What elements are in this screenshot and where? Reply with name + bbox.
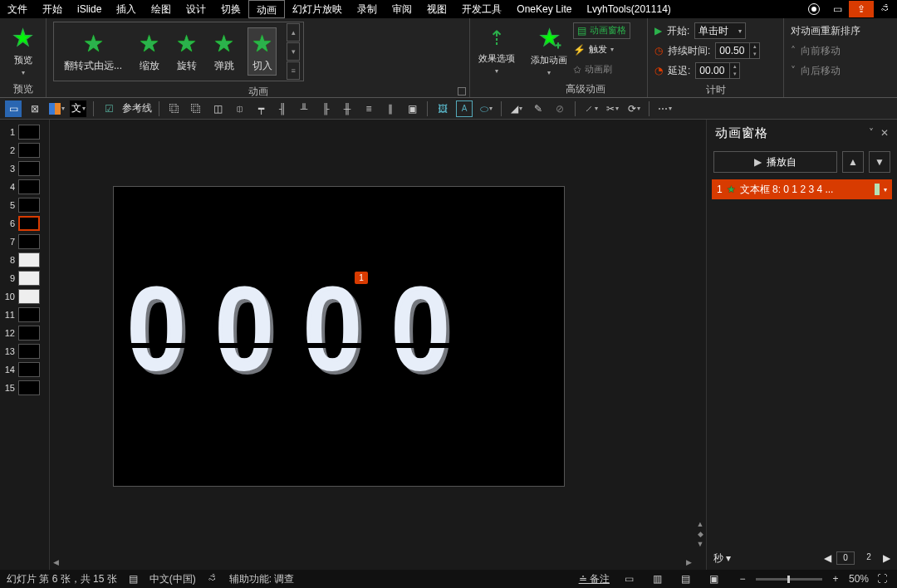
delay-field[interactable]: ◔ 延迟: 00.00▴▾ [654, 61, 760, 80]
align-6-icon[interactable]: ╢ [274, 100, 291, 117]
align-2-icon[interactable]: ⿻ [188, 100, 204, 117]
normal-view-icon[interactable]: ▭ [621, 572, 638, 586]
close-icon[interactable]: ✕ [880, 127, 889, 139]
zoom-slider[interactable] [756, 578, 822, 581]
menu-视图[interactable]: 视图 [419, 0, 454, 18]
preview-button[interactable]: ★ 预览 ▾ [7, 24, 39, 76]
rotate-button[interactable]: ⟳▾ [625, 100, 642, 117]
menu-文件[interactable]: 文件 [0, 0, 35, 18]
scroll-right-icon[interactable]: ▶ [683, 556, 694, 568]
gallery-item-4[interactable]: ★切入 [248, 27, 277, 76]
vertical-scrollbar[interactable]: ▲ ◆ ▼ [694, 120, 706, 551]
textbox-icon[interactable]: A [456, 100, 473, 117]
scroll-mid-icon[interactable]: ◆ [698, 530, 703, 538]
zoom-out-button[interactable]: − [734, 572, 751, 586]
color-swatch-button[interactable]: ▾ [48, 100, 65, 117]
align-7-icon[interactable]: ╨ [296, 100, 312, 117]
menu-OneKey Lite[interactable]: OneKey Lite [509, 0, 579, 18]
menu-动画[interactable]: 动画 [248, 0, 285, 18]
scroll-up-icon[interactable]: ▲ [697, 520, 704, 528]
menu-插入[interactable]: 插入 [109, 0, 144, 18]
language-label[interactable]: 中文(中国) [150, 572, 196, 586]
gallery-scroll-down[interactable]: ▾ [287, 42, 300, 61]
eraser-icon[interactable]: ⊘ [551, 100, 568, 117]
align-11-icon[interactable]: ∥ [382, 100, 399, 117]
fill-color-button[interactable]: ◢▾ [508, 100, 525, 117]
menu-LvyhTools(201114)[interactable]: LvyhTools(201114) [579, 0, 678, 18]
crop-button[interactable]: ✂▾ [604, 100, 620, 117]
menu-开发工具[interactable]: 开发工具 [454, 0, 509, 18]
move-down-button[interactable]: ▼ [869, 151, 890, 173]
menu-绘图[interactable]: 绘图 [144, 0, 179, 18]
menu-开始[interactable]: 开始 [35, 0, 70, 18]
effect-options-button[interactable]: ⇡ 效果选项 ▾ [478, 27, 516, 75]
animation-painter-button[interactable]: ✩动画刷 [573, 61, 630, 79]
guides-checkbox[interactable]: ☑ [100, 100, 117, 117]
align-12-icon[interactable]: ▣ [404, 100, 420, 117]
gallery-scroll-up[interactable]: ▴ [287, 23, 300, 42]
thumb-6[interactable]: 6 [0, 216, 49, 231]
thumb-1[interactable]: 1 [0, 125, 49, 140]
align-8-icon[interactable]: ╟ [317, 100, 334, 117]
thumb-8[interactable]: 8 [0, 252, 49, 267]
menu-审阅[interactable]: 审阅 [385, 0, 419, 18]
animation-pane-button[interactable]: ▤动画窗格 [573, 22, 630, 39]
gallery-item-3[interactable]: ★弹跳 [210, 28, 238, 75]
eyedrop-icon[interactable]: ✎ [530, 100, 547, 117]
move-up-button[interactable]: ▲ [842, 151, 864, 173]
text-style-button[interactable]: 文▾ [70, 100, 86, 117]
menu-录制[interactable]: 录制 [350, 0, 385, 18]
align-10-icon[interactable]: ≡ [360, 100, 377, 117]
menu-切换[interactable]: 切换 [213, 0, 248, 18]
align-5-icon[interactable]: ┯ [252, 100, 269, 117]
gallery-item-0[interactable]: ★翻转式由远... [61, 28, 125, 75]
slide-thumbnails[interactable]: 123456789101112131415 [0, 120, 50, 570]
start-dropdown[interactable]: 单击时▾ [694, 22, 746, 39]
thumb-10[interactable]: 10 [0, 289, 49, 304]
thumb-2[interactable]: 2 [0, 143, 49, 158]
align-4-icon[interactable]: ⎅ [231, 100, 248, 117]
chevron-down-icon[interactable]: ▾ [884, 186, 887, 194]
add-animation-button[interactable]: ★+ 添加动画 ▾ [530, 24, 568, 76]
gallery-item-1[interactable]: ★缩放 [135, 28, 163, 75]
scroll-left-icon[interactable]: ◀ [50, 556, 61, 568]
time-left-icon[interactable]: ◀ [824, 552, 831, 564]
thumb-4[interactable]: 4 [0, 179, 49, 194]
thumb-3[interactable]: 3 [0, 161, 49, 176]
play-from-button[interactable]: ▶播放自 [713, 151, 837, 173]
gallery-expand[interactable]: ≡ [287, 61, 300, 80]
thumb-13[interactable]: 13 [0, 344, 49, 359]
dialog-launcher-icon[interactable] [458, 87, 466, 96]
align-1-icon[interactable]: ⿻ [166, 100, 183, 117]
animation-item[interactable]: 1 ★ 文本框 8: 0 1 2 3 4 ... ▾ [712, 179, 892, 199]
duration-input[interactable]: 00.50▴▾ [715, 42, 760, 59]
animation-gallery[interactable]: ★翻转式由远...★缩放★旋转★弹跳★切入▴▾≡ [53, 22, 304, 81]
slide-canvas[interactable]: 1 0 0 0 0 0 0 0 0 [113, 186, 565, 487]
reading-view-icon[interactable]: ▤ [678, 572, 694, 586]
collapse-icon[interactable]: ˅ [869, 127, 874, 139]
menu-幻灯片放映[interactable]: 幻灯片放映 [285, 0, 350, 18]
start-field[interactable]: ▶ 开始: 单击时▾ [654, 22, 760, 40]
thumb-14[interactable]: 14 [0, 362, 49, 377]
record-icon[interactable] [802, 1, 826, 17]
thumb-11[interactable]: 11 [0, 307, 49, 322]
thumb-12[interactable]: 12 [0, 326, 49, 341]
time-right-icon[interactable]: ▶ [883, 552, 890, 564]
zoom-in-button[interactable]: + [827, 572, 844, 586]
pic-icon[interactable]: 🖼 [434, 100, 451, 117]
align-9-icon[interactable]: ╫ [339, 100, 355, 117]
fit-window-icon[interactable]: ⛶ [874, 572, 890, 586]
thumb-15[interactable]: 15 [0, 380, 49, 395]
more-button[interactable]: ⋯▾ [656, 100, 673, 117]
scroll-down-icon[interactable]: ▼ [697, 540, 704, 548]
account-icon[interactable]: ನ [874, 1, 897, 17]
delay-input[interactable]: 00.00▴▾ [695, 62, 740, 79]
shape-fill-button[interactable]: ⬭▾ [478, 100, 494, 117]
duration-field[interactable]: ◷ 持续时间: 00.50▴▾ [654, 42, 760, 60]
sorter-view-icon[interactable]: ▥ [649, 572, 666, 586]
slideshow-view-icon[interactable]: ▣ [706, 572, 723, 586]
thumb-7[interactable]: 7 [0, 234, 49, 249]
zoom-level[interactable]: 50% [849, 573, 869, 585]
trigger-button[interactable]: ⚡触发▾ [573, 41, 630, 59]
menu-iSlide[interactable]: iSlide [70, 0, 109, 18]
